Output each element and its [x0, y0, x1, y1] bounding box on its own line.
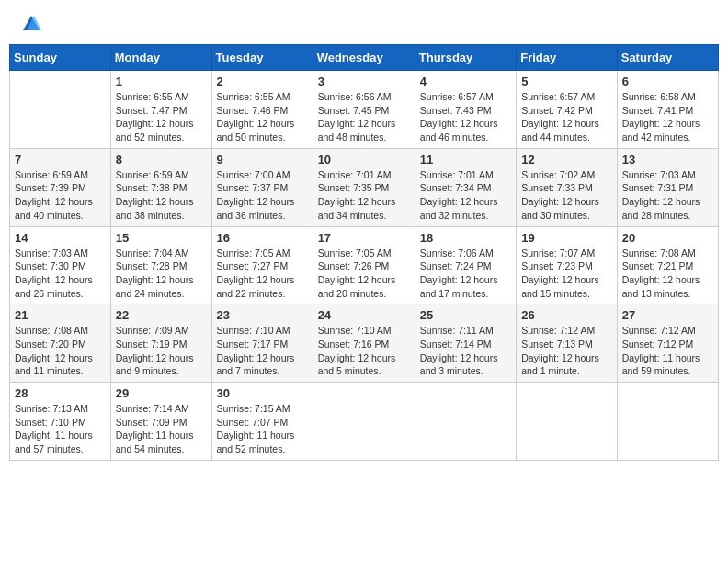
day-number: 6 [622, 75, 713, 88]
day-info: Sunrise: 7:12 AM Sunset: 7:12 PM Dayligh… [622, 324, 713, 378]
day-number: 7 [15, 153, 106, 167]
day-info: Sunrise: 7:02 AM Sunset: 7:33 PM Dayligh… [521, 168, 612, 223]
day-info: Sunrise: 7:05 AM Sunset: 7:26 PM Dayligh… [318, 247, 410, 301]
logo-icon [21, 14, 41, 34]
day-info: Sunrise: 7:15 AM Sunset: 7:07 PM Dayligh… [217, 402, 308, 456]
day-info: Sunrise: 7:01 AM Sunset: 7:35 PM Dayligh… [318, 168, 410, 223]
day-info: Sunrise: 7:09 AM Sunset: 7:19 PM Dayligh… [116, 324, 207, 378]
calendar-cell: 19Sunrise: 7:07 AM Sunset: 7:23 PM Dayli… [517, 226, 618, 304]
calendar-cell: 1Sunrise: 6:55 AM Sunset: 7:47 PM Daylig… [110, 71, 211, 149]
col-header-friday: Friday [517, 45, 618, 71]
calendar-cell: 23Sunrise: 7:10 AM Sunset: 7:17 PM Dayli… [211, 304, 313, 383]
day-info: Sunrise: 7:01 AM Sunset: 7:34 PM Dayligh… [420, 168, 511, 223]
calendar-week-row: 1Sunrise: 6:55 AM Sunset: 7:47 PM Daylig… [10, 71, 719, 149]
col-header-monday: Monday [110, 45, 211, 71]
day-info: Sunrise: 7:06 AM Sunset: 7:24 PM Dayligh… [420, 247, 511, 301]
day-info: Sunrise: 6:57 AM Sunset: 7:43 PM Dayligh… [420, 90, 511, 144]
calendar-cell [10, 71, 111, 149]
calendar-cell: 26Sunrise: 7:12 AM Sunset: 7:13 PM Dayli… [517, 304, 618, 383]
day-number: 4 [420, 75, 511, 88]
calendar-cell: 30Sunrise: 7:15 AM Sunset: 7:07 PM Dayli… [211, 383, 313, 461]
day-number: 25 [420, 308, 511, 322]
page-header [9, 9, 719, 35]
calendar-cell: 27Sunrise: 7:12 AM Sunset: 7:12 PM Dayli… [617, 304, 718, 383]
day-number: 1 [116, 75, 207, 88]
day-number: 23 [217, 308, 308, 322]
day-info: Sunrise: 6:58 AM Sunset: 7:41 PM Dayligh… [622, 90, 713, 144]
calendar-cell: 2Sunrise: 6:55 AM Sunset: 7:46 PM Daylig… [211, 71, 313, 149]
day-number: 12 [521, 153, 612, 167]
day-number: 11 [420, 153, 511, 167]
day-info: Sunrise: 6:55 AM Sunset: 7:47 PM Dayligh… [116, 90, 207, 144]
col-header-saturday: Saturday [617, 45, 718, 71]
calendar-week-row: 21Sunrise: 7:08 AM Sunset: 7:20 PM Dayli… [10, 304, 719, 383]
day-number: 2 [217, 75, 308, 88]
calendar-cell: 17Sunrise: 7:05 AM Sunset: 7:26 PM Dayli… [313, 226, 415, 304]
day-info: Sunrise: 6:59 AM Sunset: 7:38 PM Dayligh… [116, 168, 207, 223]
calendar-cell [415, 383, 516, 461]
col-header-thursday: Thursday [415, 45, 516, 71]
calendar-cell: 16Sunrise: 7:05 AM Sunset: 7:27 PM Dayli… [211, 226, 313, 304]
day-info: Sunrise: 7:00 AM Sunset: 7:37 PM Dayligh… [217, 168, 308, 223]
calendar-cell: 7Sunrise: 6:59 AM Sunset: 7:39 PM Daylig… [10, 148, 111, 226]
day-number: 26 [521, 308, 612, 322]
day-info: Sunrise: 7:14 AM Sunset: 7:09 PM Dayligh… [116, 402, 207, 456]
calendar-cell: 3Sunrise: 6:56 AM Sunset: 7:45 PM Daylig… [313, 71, 415, 149]
day-info: Sunrise: 7:13 AM Sunset: 7:10 PM Dayligh… [15, 402, 106, 456]
day-info: Sunrise: 6:57 AM Sunset: 7:42 PM Dayligh… [521, 90, 612, 144]
day-info: Sunrise: 7:08 AM Sunset: 7:21 PM Dayligh… [622, 247, 713, 301]
calendar-cell: 28Sunrise: 7:13 AM Sunset: 7:10 PM Dayli… [10, 383, 111, 461]
day-info: Sunrise: 7:03 AM Sunset: 7:30 PM Dayligh… [15, 247, 106, 301]
day-number: 29 [116, 386, 207, 400]
logo [18, 14, 41, 30]
calendar-cell: 4Sunrise: 6:57 AM Sunset: 7:43 PM Daylig… [415, 71, 516, 149]
calendar-cell: 8Sunrise: 6:59 AM Sunset: 7:38 PM Daylig… [110, 148, 211, 226]
calendar-cell: 12Sunrise: 7:02 AM Sunset: 7:33 PM Dayli… [517, 148, 618, 226]
calendar-cell: 22Sunrise: 7:09 AM Sunset: 7:19 PM Dayli… [110, 304, 211, 383]
day-number: 3 [318, 75, 410, 88]
calendar-cell: 5Sunrise: 6:57 AM Sunset: 7:42 PM Daylig… [517, 71, 618, 149]
day-info: Sunrise: 7:10 AM Sunset: 7:17 PM Dayligh… [217, 324, 308, 378]
day-number: 8 [116, 153, 207, 167]
calendar-cell: 6Sunrise: 6:58 AM Sunset: 7:41 PM Daylig… [617, 71, 718, 149]
calendar-week-row: 7Sunrise: 6:59 AM Sunset: 7:39 PM Daylig… [10, 148, 719, 226]
col-header-sunday: Sunday [10, 45, 111, 71]
calendar-cell [517, 383, 618, 461]
day-info: Sunrise: 7:03 AM Sunset: 7:31 PM Dayligh… [622, 168, 713, 223]
day-info: Sunrise: 7:04 AM Sunset: 7:28 PM Dayligh… [116, 247, 207, 301]
calendar-cell [313, 383, 415, 461]
day-number: 21 [15, 308, 106, 322]
day-number: 16 [217, 231, 308, 245]
calendar-cell: 14Sunrise: 7:03 AM Sunset: 7:30 PM Dayli… [10, 226, 111, 304]
day-info: Sunrise: 6:59 AM Sunset: 7:39 PM Dayligh… [15, 168, 106, 223]
day-number: 13 [622, 153, 713, 167]
calendar-cell [617, 383, 718, 461]
calendar-week-row: 28Sunrise: 7:13 AM Sunset: 7:10 PM Dayli… [10, 383, 719, 461]
day-number: 30 [217, 386, 308, 400]
day-info: Sunrise: 7:11 AM Sunset: 7:14 PM Dayligh… [420, 324, 511, 378]
day-number: 15 [116, 231, 207, 245]
calendar-cell: 13Sunrise: 7:03 AM Sunset: 7:31 PM Dayli… [617, 148, 718, 226]
col-header-wednesday: Wednesday [313, 45, 415, 71]
day-number: 17 [318, 231, 410, 245]
day-number: 27 [622, 308, 713, 322]
calendar-cell: 9Sunrise: 7:00 AM Sunset: 7:37 PM Daylig… [211, 148, 313, 226]
day-number: 14 [15, 231, 106, 245]
calendar-cell: 29Sunrise: 7:14 AM Sunset: 7:09 PM Dayli… [110, 383, 211, 461]
day-info: Sunrise: 6:55 AM Sunset: 7:46 PM Dayligh… [217, 90, 308, 144]
day-info: Sunrise: 7:12 AM Sunset: 7:13 PM Dayligh… [521, 324, 612, 378]
calendar-table: SundayMondayTuesdayWednesdayThursdayFrid… [9, 44, 719, 461]
day-number: 22 [116, 308, 207, 322]
day-info: Sunrise: 7:08 AM Sunset: 7:20 PM Dayligh… [15, 324, 106, 378]
calendar-cell: 24Sunrise: 7:10 AM Sunset: 7:16 PM Dayli… [313, 304, 415, 383]
day-number: 19 [521, 231, 612, 245]
day-info: Sunrise: 7:07 AM Sunset: 7:23 PM Dayligh… [521, 247, 612, 301]
day-number: 28 [15, 386, 106, 400]
day-number: 24 [318, 308, 410, 322]
day-number: 20 [622, 231, 713, 245]
day-number: 18 [420, 231, 511, 245]
calendar-cell: 18Sunrise: 7:06 AM Sunset: 7:24 PM Dayli… [415, 226, 516, 304]
calendar-cell: 15Sunrise: 7:04 AM Sunset: 7:28 PM Dayli… [110, 226, 211, 304]
day-info: Sunrise: 6:56 AM Sunset: 7:45 PM Dayligh… [318, 90, 410, 144]
calendar-cell: 10Sunrise: 7:01 AM Sunset: 7:35 PM Dayli… [313, 148, 415, 226]
